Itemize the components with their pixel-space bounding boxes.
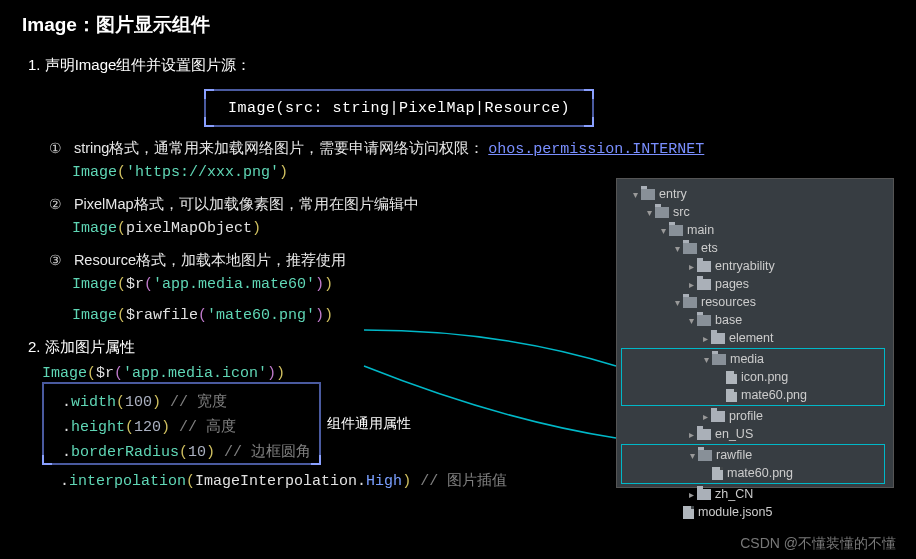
attr-box-label: 组件通用属性 [327, 415, 411, 433]
folder-open-icon [655, 207, 669, 218]
tree-row[interactable]: ▸zh_CN [621, 485, 889, 503]
item-2-desc: PixelMap格式，可以加载像素图，常用在图片编辑中 [74, 196, 419, 212]
attr-line-1: .width(100) // 宽度 [44, 392, 311, 411]
permission-link[interactable]: ohos.permission.INTERNET [488, 141, 704, 158]
tree-row[interactable]: ▸profile [621, 407, 889, 425]
tree-row[interactable]: ▸element [621, 329, 889, 347]
tree-row[interactable]: ▾media [622, 350, 884, 368]
signature-text: Image(src: string|PixelMap|Resource) [228, 100, 570, 117]
folder-open-icon [669, 225, 683, 236]
twisty-icon[interactable]: ▸ [699, 333, 711, 344]
tree-label: profile [729, 409, 763, 423]
bullet-2: ② [46, 196, 64, 212]
tree-label: base [715, 313, 742, 327]
folder-icon [697, 429, 711, 440]
tree-label: zh_CN [715, 487, 753, 501]
signature-box: Image(src: string|PixelMap|Resource) [204, 89, 594, 127]
folder-open-icon [641, 189, 655, 200]
attr-line-3: .borderRadius(10) // 边框圆角 [44, 442, 311, 461]
tree-label: icon.png [741, 370, 788, 384]
folder-open-icon [698, 450, 712, 461]
tree-highlight-media: ▾media icon.png mate60.png [621, 348, 885, 406]
twisty-icon[interactable]: ▾ [671, 297, 683, 308]
twisty-icon[interactable]: ▾ [671, 243, 683, 254]
tree-row[interactable]: ▸pages [621, 275, 889, 293]
tree-row[interactable]: mate60.png [622, 464, 884, 482]
folder-open-icon [697, 315, 711, 326]
attr-box: .width(100) // 宽度 .height(120) // 高度 .bo… [42, 382, 321, 465]
tree-label: resources [701, 295, 756, 309]
tree-label: src [673, 205, 690, 219]
list-item: ① string格式，通常用来加载网络图片，需要申请网络访问权限： ohos.p… [46, 139, 894, 181]
tree-row[interactable]: ▾rawfile [622, 446, 884, 464]
watermark: CSDN @不懂装懂的不懂 [740, 535, 896, 553]
folder-icon [697, 261, 711, 272]
file-icon [726, 389, 737, 402]
tree-row[interactable]: ▸entryability [621, 257, 889, 275]
tree-row[interactable]: ▾main [621, 221, 889, 239]
tree-row[interactable]: ▾ets [621, 239, 889, 257]
item-3-desc: Resource格式，加载本地图片，推荐使用 [74, 252, 346, 268]
section-1-label: 1. 声明Image组件并设置图片源： [28, 56, 894, 75]
twisty-icon[interactable]: ▸ [685, 279, 697, 290]
folder-icon [697, 279, 711, 290]
item-1-desc: string格式，通常用来加载网络图片，需要申请网络访问权限： [74, 140, 484, 156]
folder-open-icon [683, 297, 697, 308]
tree-row[interactable]: mate60.png [622, 386, 884, 404]
tree-row[interactable]: ▾entry [621, 185, 889, 203]
twisty-icon[interactable]: ▸ [685, 489, 697, 500]
file-icon [683, 506, 694, 519]
tree-label: element [729, 331, 773, 345]
tree-highlight-rawfile: ▾rawfile mate60.png [621, 444, 885, 484]
tree-label: ets [701, 241, 718, 255]
folder-icon [711, 333, 725, 344]
tree-label: entry [659, 187, 687, 201]
tree-row[interactable]: ▾base [621, 311, 889, 329]
tree-label: module.json5 [698, 505, 772, 519]
tree-label: main [687, 223, 714, 237]
bullet-3: ③ [46, 252, 64, 268]
tree-label: en_US [715, 427, 753, 441]
tree-row[interactable]: ▾resources [621, 293, 889, 311]
twisty-icon[interactable]: ▾ [657, 225, 669, 236]
bullet-1: ① [46, 140, 64, 156]
tree-label: entryability [715, 259, 775, 273]
tree-row[interactable]: ▸en_US [621, 425, 889, 443]
twisty-icon[interactable]: ▾ [686, 450, 698, 461]
twisty-icon[interactable]: ▾ [629, 189, 641, 200]
tree-row[interactable]: module.json5 [621, 503, 889, 521]
file-icon [712, 467, 723, 480]
twisty-icon[interactable]: ▸ [685, 261, 697, 272]
folder-icon [711, 411, 725, 422]
twisty-icon[interactable]: ▸ [699, 411, 711, 422]
twisty-icon[interactable]: ▸ [685, 429, 697, 440]
folder-open-icon [683, 243, 697, 254]
file-tree-panel: ▾entry▾src▾main▾ets▸entryability▸pages▾r… [616, 178, 894, 488]
twisty-icon[interactable]: ▾ [685, 315, 697, 326]
tree-row[interactable]: ▾src [621, 203, 889, 221]
tree-label: media [730, 352, 764, 366]
twisty-icon[interactable]: ▾ [700, 354, 712, 365]
folder-open-icon [712, 354, 726, 365]
tree-label: mate60.png [727, 466, 793, 480]
twisty-icon[interactable]: ▾ [643, 207, 655, 218]
page-title: Image：图片显示组件 [0, 0, 916, 46]
file-icon [726, 371, 737, 384]
attr-line-2: .height(120) // 高度 [44, 417, 311, 436]
folder-icon [697, 489, 711, 500]
tree-row[interactable]: icon.png [622, 368, 884, 386]
tree-label: rawfile [716, 448, 752, 462]
tree-label: pages [715, 277, 749, 291]
tree-label: mate60.png [741, 388, 807, 402]
